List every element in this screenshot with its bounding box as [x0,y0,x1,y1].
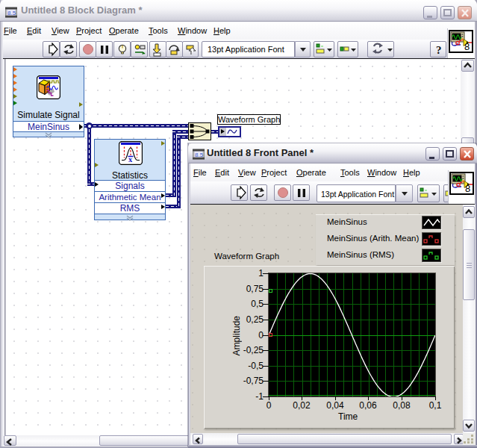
svg-text:8.5: 8.5 [7,10,16,16]
svg-text:8.5: 8.5 [195,152,204,158]
svg-text:?: ? [436,44,442,56]
